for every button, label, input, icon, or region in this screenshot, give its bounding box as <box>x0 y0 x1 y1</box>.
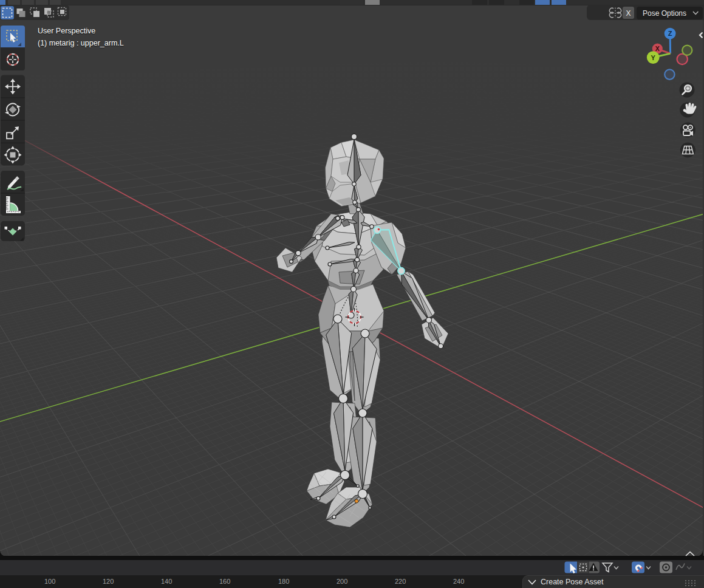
svg-text:Pose Options: Pose Options <box>643 9 686 18</box>
svg-text:Y: Y <box>651 54 656 61</box>
svg-text:Z: Z <box>668 30 672 37</box>
svg-text:X: X <box>655 45 660 52</box>
svg-text:X: X <box>626 9 631 18</box>
